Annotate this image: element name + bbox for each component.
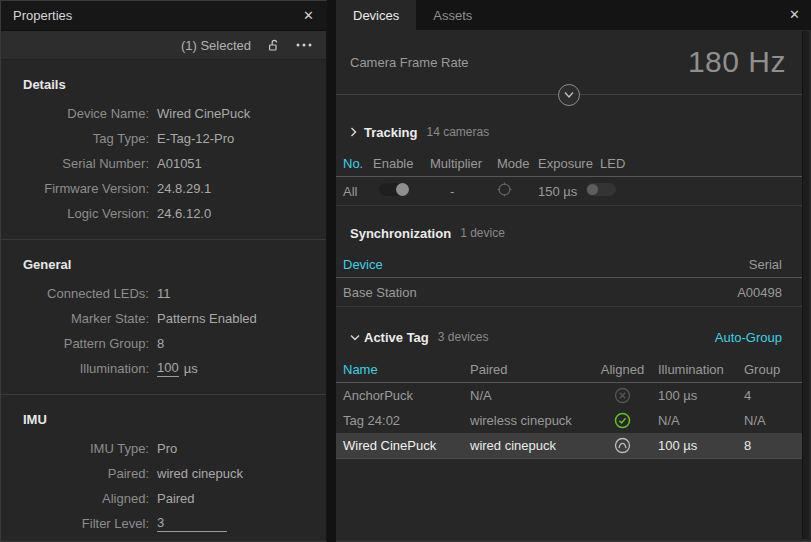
tag-paired: N/A (470, 388, 595, 403)
chevron-down-icon[interactable] (350, 334, 364, 341)
frame-rate-divider (336, 94, 802, 95)
scrollbar-track[interactable] (802, 31, 809, 539)
active-tag-count: 3 devices (438, 330, 489, 344)
col-header-mode[interactable]: Mode (497, 156, 538, 171)
tracking-row-all[interactable]: All - 150 µs (336, 177, 802, 205)
synchronization-section-header[interactable]: Synchronization 1 device (336, 222, 802, 244)
tag-illumination: 100 µs (650, 438, 744, 453)
aligning-wave-icon (595, 437, 650, 454)
col-header-illumination[interactable]: Illumination (650, 362, 744, 377)
prop-row-logic-version: Logic Version: 24.6.12.0 (1, 201, 326, 226)
table-end-divider (336, 458, 802, 459)
devices-tabbar: Devices Assets ✕ (336, 0, 811, 30)
tag-name: Tag 24:02 (343, 413, 470, 428)
properties-panel-title: Properties (13, 8, 72, 23)
col-header-paired[interactable]: Paired (470, 362, 595, 377)
mode-cell (497, 182, 538, 200)
tracking-mode-icon[interactable] (497, 185, 512, 200)
col-header-exposure[interactable]: Exposure (538, 156, 600, 171)
toggle-knob (587, 184, 598, 195)
col-header-name[interactable]: Name (343, 362, 470, 377)
device-name: Base Station (343, 285, 737, 300)
camera-frame-rate-label: Camera Frame Rate (350, 55, 468, 70)
prop-row-device-name: Device Name: Wired CinePuck (1, 101, 326, 126)
prop-label: Tag Type: (1, 131, 149, 146)
not-aligned-icon (595, 387, 650, 404)
illumination-field[interactable]: 100 (157, 360, 179, 377)
tracking-count: 14 cameras (426, 125, 489, 139)
prop-label: Logic Version: (1, 206, 149, 221)
prop-row-filter-level: Filter Level: 3 (1, 511, 326, 536)
unlock-icon[interactable] (267, 39, 280, 52)
tab-devices[interactable]: Devices (336, 0, 416, 30)
prop-row-pattern-group: Pattern Group: 8 (1, 331, 326, 356)
col-header-device[interactable]: Device (343, 257, 749, 272)
selected-count-label: (1) Selected (181, 38, 251, 53)
more-options-icon[interactable] (296, 43, 312, 47)
col-header-no[interactable]: No. (343, 156, 373, 171)
properties-titlebar: Properties ✕ (1, 1, 326, 31)
chevron-right-icon[interactable] (350, 127, 364, 137)
tag-paired: wired cinepuck (470, 438, 595, 453)
active-tag-title: Active Tag (364, 330, 429, 345)
enable-cell (373, 183, 430, 199)
prop-label: Paired: (1, 466, 149, 481)
prop-value: Wired CinePuck (157, 106, 250, 121)
led-toggle[interactable] (586, 183, 616, 196)
tag-group: 8 (744, 438, 802, 453)
prop-value: Pro (157, 441, 177, 456)
col-header-group[interactable]: Group (744, 362, 802, 377)
prop-label: Filter Level: (1, 516, 149, 531)
active-tag-section-header[interactable]: Active Tag 3 devices Auto-Group (336, 326, 802, 348)
prop-label: Device Name: (1, 106, 149, 121)
prop-label: Illumination: (1, 361, 149, 376)
prop-row-imu-type: IMU Type: Pro (1, 436, 326, 461)
tracking-row-label: All (343, 184, 373, 199)
chevron-down-circle-icon[interactable] (558, 84, 580, 106)
prop-label: Marker State: (1, 311, 149, 326)
aligned-check-icon (595, 412, 650, 429)
tag-name: AnchorPuck (343, 388, 470, 403)
toggle-knob (396, 183, 409, 196)
filter-level-field[interactable]: 3 (157, 515, 227, 532)
close-icon[interactable]: ✕ (789, 8, 800, 21)
prop-value: 8 (157, 336, 164, 351)
camera-frame-rate-value: 180 Hz (688, 45, 786, 79)
illumination-unit: µs (184, 361, 198, 376)
section-header-details: Details (1, 60, 326, 101)
app-window: Properties ✕ (1) Selected Details Device… (0, 0, 811, 542)
prop-value: wired cinepuck (157, 466, 243, 481)
prop-label: Connected LEDs: (1, 286, 149, 301)
tab-assets[interactable]: Assets (416, 0, 489, 30)
led-cell (600, 183, 650, 199)
prop-row-connected-leds: Connected LEDs: 11 (1, 281, 326, 306)
prop-row-tag-type: Tag Type: E-Tag-12-Pro (1, 126, 326, 151)
section-header-imu: IMU (1, 395, 326, 436)
active-tag-row-wired-cinepuck[interactable]: Wired CinePuck wired cinepuck 100 µs 8 (336, 433, 802, 458)
panel-divider[interactable] (327, 0, 336, 542)
prop-row-marker-state: Marker State: Patterns Enabled (1, 306, 326, 331)
col-header-serial[interactable]: Serial (749, 257, 782, 272)
active-tag-row-anchorpuck[interactable]: AnchorPuck N/A 100 µs 4 (336, 383, 802, 408)
synchronization-title: Synchronization (350, 226, 451, 241)
col-header-aligned[interactable]: Aligned (595, 362, 650, 377)
section-divider (336, 306, 802, 307)
active-tag-row-tag-2402[interactable]: Tag 24:02 wireless cinepuck N/A N/A (336, 408, 802, 433)
close-icon[interactable]: ✕ (303, 9, 314, 22)
sync-row-base-station[interactable]: Base Station A00498 (336, 278, 802, 306)
tab-devices-label: Devices (353, 8, 399, 23)
enable-toggle[interactable] (379, 183, 409, 196)
tracking-section-header[interactable]: Tracking 14 cameras (336, 121, 802, 143)
prop-label: Aligned: (1, 491, 149, 506)
devices-body: Camera Frame Rate 180 Hz Tracking 14 cam… (336, 30, 811, 541)
tag-paired: wireless cinepuck (470, 413, 595, 428)
col-header-led[interactable]: LED (600, 156, 650, 171)
prop-row-illumination: Illumination: 100 µs (1, 356, 326, 381)
section-divider (336, 205, 802, 206)
col-header-enable[interactable]: Enable (373, 156, 430, 171)
properties-panel: Properties ✕ (1) Selected Details Device… (0, 0, 327, 542)
properties-body: Details Device Name: Wired CinePuck Tag … (1, 60, 326, 541)
col-header-multiplier[interactable]: Multiplier (430, 156, 497, 171)
auto-group-link[interactable]: Auto-Group (715, 330, 782, 345)
prop-label: Pattern Group: (1, 336, 149, 351)
